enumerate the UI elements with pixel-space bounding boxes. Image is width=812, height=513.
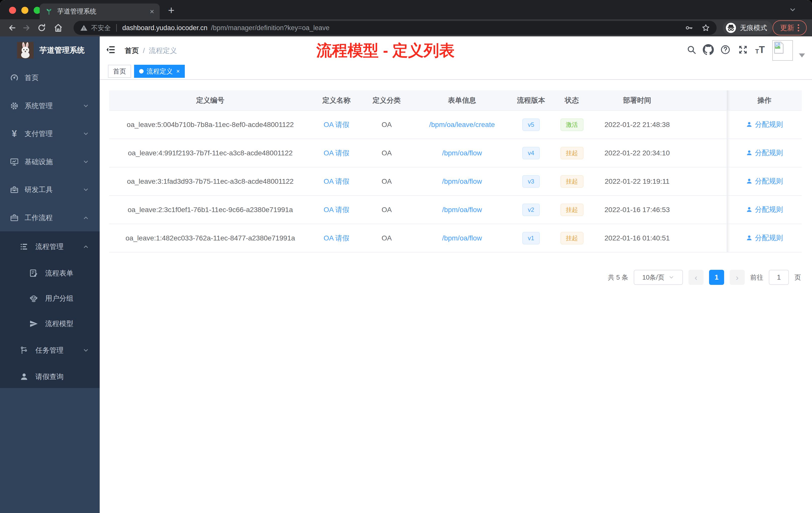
cell-definition-id: oa_leave:2:3c1f0ef1-76b1-11ec-9c66-a2380… xyxy=(109,195,311,224)
sidebar-item-infrastructure[interactable]: 基础设施 xyxy=(0,149,100,175)
window-close-button[interactable] xyxy=(9,7,16,14)
form-link[interactable]: /bpm/oa/flow xyxy=(442,206,482,214)
cell-deploy-time: 2022-01-16 01:40:51 xyxy=(594,224,680,252)
person-icon xyxy=(19,372,29,382)
breadcrumb-separator: / xyxy=(143,47,145,55)
incognito-badge: 无痕模式 xyxy=(723,21,773,35)
cell-definition-id: oa_leave:4:991f2193-7b7f-11ec-a3c8-acde4… xyxy=(109,139,311,167)
fullscreen-icon[interactable] xyxy=(737,44,749,56)
sidebar-item-home[interactable]: 首页 xyxy=(0,65,100,90)
sidebar-item-system[interactable]: 系统管理 xyxy=(0,93,100,118)
status-badge: 挂起 xyxy=(560,147,583,159)
tag-home[interactable]: 首页 xyxy=(108,65,131,78)
main-area: 首页 / 流程定义 流程模型 - 定义列表 xyxy=(100,36,812,513)
sidebar-logo-row[interactable]: 芋道管理系统 xyxy=(0,36,100,64)
sidebar-item-task-management[interactable]: 任务管理 xyxy=(0,338,100,363)
kebab-menu-icon xyxy=(798,24,799,31)
sidebar-item-label: 工作流程 xyxy=(25,213,53,222)
tab-search-chevron-icon[interactable] xyxy=(789,6,796,13)
page-number-button[interactable]: 1 xyxy=(709,270,724,285)
status-badge: 激活 xyxy=(560,118,583,131)
pagination-total: 共 5 条 xyxy=(608,273,628,282)
reload-icon[interactable] xyxy=(36,23,47,33)
user-icon xyxy=(746,235,753,241)
yen-icon: ¥ xyxy=(9,129,19,139)
chevron-down-icon xyxy=(83,159,89,165)
goto-page-input[interactable] xyxy=(769,270,789,285)
address-bar[interactable]: 不安全 dashboard.yudao.iocoder.cn /bpm/mana… xyxy=(74,21,717,35)
assign-rule-button[interactable]: 分配规则 xyxy=(746,205,783,214)
prev-page-button[interactable]: ‹ xyxy=(689,270,703,285)
password-key-icon[interactable] xyxy=(685,24,694,32)
user-icon xyxy=(746,206,753,213)
definition-name-link[interactable]: OA 请假 xyxy=(324,177,349,185)
sidebar-item-leave-query[interactable]: 请假查询 xyxy=(0,364,100,389)
home-icon[interactable] xyxy=(53,23,63,33)
help-icon[interactable] xyxy=(720,44,731,56)
col-actions: 操作 xyxy=(727,90,802,111)
back-icon[interactable] xyxy=(7,23,18,33)
sidebar-item-process-form[interactable]: 流程表单 xyxy=(0,261,100,286)
status-badge: 挂起 xyxy=(560,232,583,244)
form-link[interactable]: /bpm/oa/flow xyxy=(442,149,482,157)
definition-name-link[interactable]: OA 请假 xyxy=(324,149,349,157)
col-form-info: 表单信息 xyxy=(412,90,512,111)
user-icon xyxy=(746,121,753,128)
sidebar-item-label: 流程模型 xyxy=(45,319,73,329)
sidebar-item-process-management[interactable]: 流程管理 xyxy=(0,234,100,259)
assign-rule-button[interactable]: 分配规则 xyxy=(746,120,783,129)
cell-category: OA xyxy=(361,167,412,195)
sidebar-item-label: 支付管理 xyxy=(25,129,53,139)
task-flow-icon xyxy=(19,345,29,355)
form-link[interactable]: /bpm/oa/flow xyxy=(442,234,482,242)
sidebar-item-workflow[interactable]: 工作流程 xyxy=(0,205,100,231)
cell-category: OA xyxy=(361,224,412,252)
user-avatar-placeholder[interactable] xyxy=(772,40,793,61)
search-icon[interactable] xyxy=(686,44,697,56)
form-link[interactable]: /bpm/oa/leave/create xyxy=(429,121,495,128)
form-link[interactable]: /bpm/oa/flow xyxy=(442,177,482,185)
bookmark-star-icon[interactable] xyxy=(701,24,710,32)
definition-name-link[interactable]: OA 请假 xyxy=(324,234,349,242)
tag-process-definition[interactable]: 流程定义 × xyxy=(134,65,185,78)
security-label: 不安全 xyxy=(91,24,111,32)
version-badge: v2 xyxy=(522,204,540,216)
user-menu-caret-icon[interactable] xyxy=(799,54,805,58)
font-size-icon[interactable]: TT xyxy=(754,44,766,56)
cell-category: OA xyxy=(361,111,412,139)
tab-title: 芋道管理系统 xyxy=(57,7,145,16)
version-badge: v5 xyxy=(522,118,540,131)
tag-close-icon[interactable]: × xyxy=(176,68,180,75)
new-tab-button[interactable]: + xyxy=(165,4,177,17)
assign-rule-button[interactable]: 分配规则 xyxy=(746,148,783,158)
sidebar-item-process-model[interactable]: 流程模型 xyxy=(0,311,100,336)
forward-icon[interactable] xyxy=(21,23,32,33)
github-icon[interactable] xyxy=(702,44,714,56)
page-size-select[interactable]: 10条/页 xyxy=(634,270,683,285)
table-row: oa_leave:4:991f2193-7b7f-11ec-a3c8-acde4… xyxy=(109,139,802,167)
assign-rule-button[interactable]: 分配规则 xyxy=(746,233,783,243)
browser-window: 芋道管理系统 × + 不安全 dashboard.yudao.iocoder.c… xyxy=(0,0,812,513)
browser-tab[interactable]: 芋道管理系统 × xyxy=(40,3,160,19)
browser-menu-update-button[interactable]: 更新 xyxy=(773,20,807,35)
definition-name-link[interactable]: OA 请假 xyxy=(324,206,349,214)
sidebar-item-label: 任务管理 xyxy=(35,345,63,355)
page-annotation-title: 流程模型 - 定义列表 xyxy=(316,40,455,61)
sidebar-item-payment[interactable]: ¥ 支付管理 xyxy=(0,121,100,146)
tab-close-icon[interactable]: × xyxy=(150,8,154,15)
sidebar-item-dev-tools[interactable]: 研发工具 xyxy=(0,177,100,202)
breadcrumb-home[interactable]: 首页 xyxy=(125,46,139,56)
definition-table-wrapper: 定义编号 定义名称 定义分类 表单信息 流程版本 状态 部署时间 操作 xyxy=(109,90,802,252)
next-page-button[interactable]: › xyxy=(730,270,745,285)
chevron-down-icon xyxy=(83,347,89,354)
sidebar-collapse-icon[interactable] xyxy=(106,44,116,55)
table-row: oa_leave:5:004b710b-7b8a-11ec-8ef0-acde4… xyxy=(109,111,802,139)
chevron-down-icon xyxy=(83,130,89,137)
definition-name-link[interactable]: OA 请假 xyxy=(324,121,349,128)
sidebar-item-user-group[interactable]: 用户分组 xyxy=(0,286,100,311)
table-header-row: 定义编号 定义名称 定义分类 表单信息 流程版本 状态 部署时间 操作 xyxy=(109,90,802,111)
window-minimize-button[interactable] xyxy=(21,7,28,14)
col-definition-category: 定义分类 xyxy=(361,90,412,111)
tags-view-bar: 首页 流程定义 × xyxy=(100,63,812,80)
assign-rule-button[interactable]: 分配规则 xyxy=(746,176,783,186)
